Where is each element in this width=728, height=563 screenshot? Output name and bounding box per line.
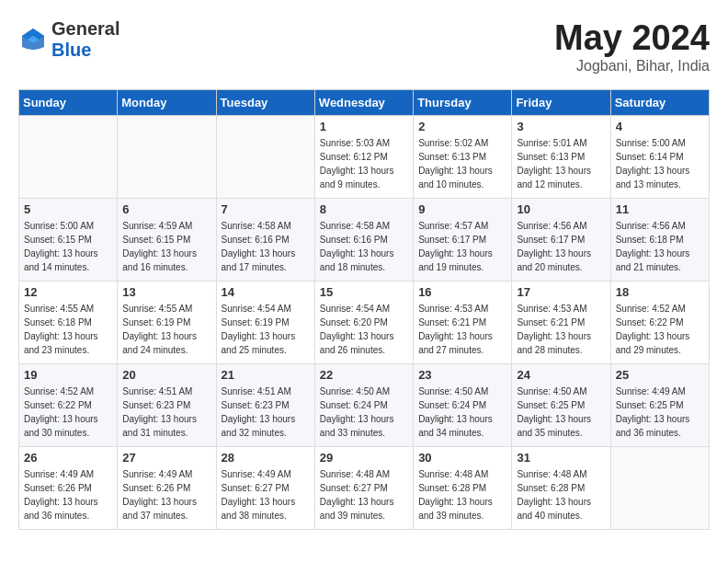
calendar-cell <box>118 116 216 199</box>
day-number: 24 <box>517 368 605 382</box>
day-number: 27 <box>122 451 210 465</box>
calendar-cell: 2Sunrise: 5:02 AMSunset: 6:13 PMDaylight… <box>414 116 512 199</box>
day-number: 3 <box>517 120 605 133</box>
day-info: Sunrise: 4:48 AMSunset: 6:28 PMDaylight:… <box>418 467 506 523</box>
logo: General Blue <box>18 18 119 61</box>
day-info: Sunrise: 4:55 AMSunset: 6:19 PMDaylight:… <box>122 302 210 357</box>
calendar-cell: 18Sunrise: 4:52 AMSunset: 6:22 PMDayligh… <box>610 282 709 364</box>
calendar-week-row: 26Sunrise: 4:49 AMSunset: 6:26 PMDayligh… <box>19 447 710 530</box>
day-info: Sunrise: 4:52 AMSunset: 6:22 PMDaylight:… <box>24 385 112 440</box>
day-number: 16 <box>418 285 506 299</box>
day-info: Sunrise: 4:53 AMSunset: 6:21 PMDaylight:… <box>517 302 605 357</box>
day-number: 20 <box>122 368 210 382</box>
day-info: Sunrise: 4:58 AMSunset: 6:16 PMDaylight:… <box>320 219 408 274</box>
header-tuesday: Tuesday <box>216 90 314 116</box>
page-header: General Blue May 2024 Jogbani, Bihar, In… <box>18 18 710 75</box>
day-info: Sunrise: 4:58 AMSunset: 6:16 PMDaylight:… <box>222 219 310 274</box>
title-area: May 2024 Jogbani, Bihar, India <box>554 18 710 75</box>
day-info: Sunrise: 4:56 AMSunset: 6:17 PMDaylight:… <box>517 219 605 274</box>
calendar-table: SundayMondayTuesdayWednesdayThursdayFrid… <box>18 89 710 530</box>
calendar-cell <box>610 447 709 530</box>
day-number: 23 <box>418 368 506 382</box>
calendar-cell: 22Sunrise: 4:50 AMSunset: 6:24 PMDayligh… <box>314 364 413 447</box>
calendar-cell <box>19 116 118 199</box>
calendar-week-row: 5Sunrise: 5:00 AMSunset: 6:15 PMDaylight… <box>19 199 710 282</box>
day-number: 17 <box>517 285 605 299</box>
calendar-cell: 21Sunrise: 4:51 AMSunset: 6:23 PMDayligh… <box>216 364 314 447</box>
calendar-week-row: 12Sunrise: 4:55 AMSunset: 6:18 PMDayligh… <box>19 282 710 364</box>
calendar-cell: 17Sunrise: 4:53 AMSunset: 6:21 PMDayligh… <box>512 282 610 364</box>
day-info: Sunrise: 4:49 AMSunset: 6:27 PMDaylight:… <box>222 467 310 523</box>
day-number: 9 <box>418 202 506 216</box>
day-info: Sunrise: 4:49 AMSunset: 6:26 PMDaylight:… <box>24 467 112 523</box>
day-info: Sunrise: 5:00 AMSunset: 6:14 PMDaylight:… <box>616 136 704 191</box>
day-info: Sunrise: 4:54 AMSunset: 6:20 PMDaylight:… <box>320 302 408 357</box>
day-number: 25 <box>616 368 704 382</box>
day-info: Sunrise: 4:55 AMSunset: 6:18 PMDaylight:… <box>24 302 112 357</box>
calendar-cell: 6Sunrise: 4:59 AMSunset: 6:15 PMDaylight… <box>118 199 216 282</box>
day-info: Sunrise: 4:52 AMSunset: 6:22 PMDaylight:… <box>616 302 704 357</box>
calendar-cell: 5Sunrise: 5:00 AMSunset: 6:15 PMDaylight… <box>19 199 118 282</box>
header-friday: Friday <box>512 90 610 116</box>
day-number: 13 <box>122 285 210 299</box>
day-info: Sunrise: 4:57 AMSunset: 6:17 PMDaylight:… <box>418 219 506 274</box>
calendar-cell: 14Sunrise: 4:54 AMSunset: 6:19 PMDayligh… <box>216 282 314 364</box>
calendar-cell: 15Sunrise: 4:54 AMSunset: 6:20 PMDayligh… <box>314 282 413 364</box>
day-number: 26 <box>24 451 112 465</box>
day-info: Sunrise: 5:00 AMSunset: 6:15 PMDaylight:… <box>24 219 112 274</box>
header-saturday: Saturday <box>610 90 709 116</box>
calendar-cell: 28Sunrise: 4:49 AMSunset: 6:27 PMDayligh… <box>216 447 314 530</box>
day-info: Sunrise: 4:50 AMSunset: 6:24 PMDaylight:… <box>320 385 408 440</box>
location-title: Jogbani, Bihar, India <box>554 58 710 75</box>
day-info: Sunrise: 4:48 AMSunset: 6:27 PMDaylight:… <box>320 467 408 523</box>
logo-general: General <box>51 18 119 39</box>
day-info: Sunrise: 4:51 AMSunset: 6:23 PMDaylight:… <box>122 385 210 440</box>
day-number: 31 <box>517 451 605 465</box>
calendar-cell: 20Sunrise: 4:51 AMSunset: 6:23 PMDayligh… <box>118 364 216 447</box>
day-number: 12 <box>24 285 112 299</box>
day-number: 7 <box>222 202 310 216</box>
day-info: Sunrise: 4:54 AMSunset: 6:19 PMDaylight:… <box>222 302 310 357</box>
logo-icon <box>18 25 48 54</box>
header-wednesday: Wednesday <box>314 90 413 116</box>
day-number: 1 <box>320 120 408 133</box>
day-info: Sunrise: 5:02 AMSunset: 6:13 PMDaylight:… <box>418 136 506 191</box>
logo-blue: Blue <box>51 40 91 60</box>
day-number: 4 <box>616 120 704 133</box>
calendar-cell: 16Sunrise: 4:53 AMSunset: 6:21 PMDayligh… <box>414 282 512 364</box>
day-number: 5 <box>24 202 112 216</box>
header-monday: Monday <box>118 90 216 116</box>
day-number: 11 <box>616 202 704 216</box>
day-info: Sunrise: 4:49 AMSunset: 6:25 PMDaylight:… <box>616 385 704 440</box>
day-info: Sunrise: 4:59 AMSunset: 6:15 PMDaylight:… <box>122 219 210 274</box>
calendar-cell: 13Sunrise: 4:55 AMSunset: 6:19 PMDayligh… <box>118 282 216 364</box>
day-number: 14 <box>222 285 310 299</box>
calendar-cell: 9Sunrise: 4:57 AMSunset: 6:17 PMDaylight… <box>414 199 512 282</box>
calendar-cell: 10Sunrise: 4:56 AMSunset: 6:17 PMDayligh… <box>512 199 610 282</box>
calendar-cell: 3Sunrise: 5:01 AMSunset: 6:13 PMDaylight… <box>512 116 610 199</box>
day-number: 2 <box>418 120 506 133</box>
calendar-cell: 27Sunrise: 4:49 AMSunset: 6:26 PMDayligh… <box>118 447 216 530</box>
calendar-cell: 24Sunrise: 4:50 AMSunset: 6:25 PMDayligh… <box>512 364 610 447</box>
calendar-week-row: 1Sunrise: 5:03 AMSunset: 6:12 PMDaylight… <box>19 116 710 199</box>
day-number: 18 <box>616 285 704 299</box>
day-info: Sunrise: 5:01 AMSunset: 6:13 PMDaylight:… <box>517 136 605 191</box>
day-number: 22 <box>320 368 408 382</box>
day-info: Sunrise: 5:03 AMSunset: 6:12 PMDaylight:… <box>320 136 408 191</box>
calendar-cell: 23Sunrise: 4:50 AMSunset: 6:24 PMDayligh… <box>414 364 512 447</box>
calendar-cell: 31Sunrise: 4:48 AMSunset: 6:28 PMDayligh… <box>512 447 610 530</box>
header-thursday: Thursday <box>414 90 512 116</box>
logo-text: General Blue <box>51 18 119 61</box>
month-title: May 2024 <box>554 18 710 58</box>
calendar-cell: 26Sunrise: 4:49 AMSunset: 6:26 PMDayligh… <box>19 447 118 530</box>
calendar-cell: 4Sunrise: 5:00 AMSunset: 6:14 PMDaylight… <box>610 116 709 199</box>
day-number: 28 <box>222 451 310 465</box>
calendar-cell: 1Sunrise: 5:03 AMSunset: 6:12 PMDaylight… <box>314 116 413 199</box>
calendar-cell: 25Sunrise: 4:49 AMSunset: 6:25 PMDayligh… <box>610 364 709 447</box>
day-info: Sunrise: 4:49 AMSunset: 6:26 PMDaylight:… <box>122 467 210 523</box>
day-info: Sunrise: 4:56 AMSunset: 6:18 PMDaylight:… <box>616 219 704 274</box>
day-info: Sunrise: 4:48 AMSunset: 6:28 PMDaylight:… <box>517 467 605 523</box>
calendar-cell: 7Sunrise: 4:58 AMSunset: 6:16 PMDaylight… <box>216 199 314 282</box>
calendar-cell: 11Sunrise: 4:56 AMSunset: 6:18 PMDayligh… <box>610 199 709 282</box>
day-number: 10 <box>517 202 605 216</box>
